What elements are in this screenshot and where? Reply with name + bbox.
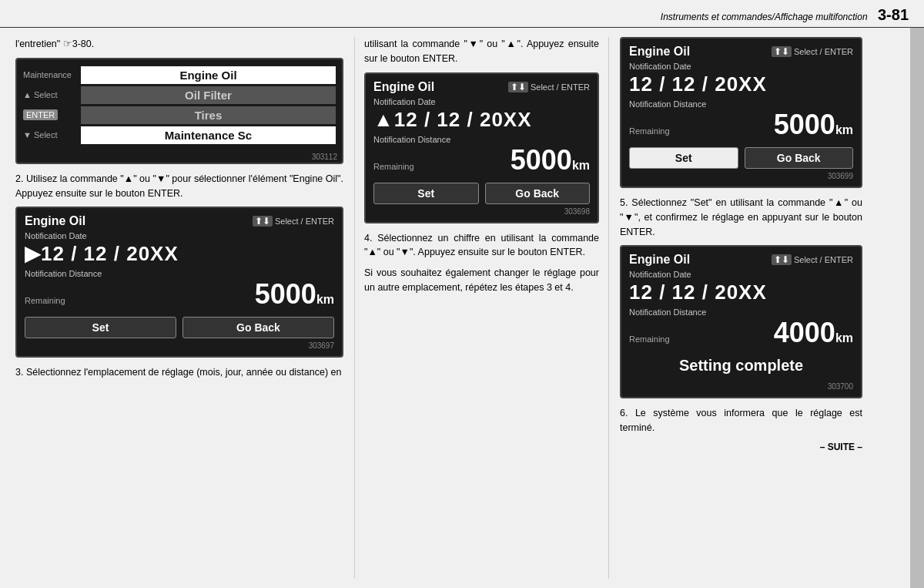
screen3-goback-btn[interactable]: Go Back [485,183,591,204]
col-left: l'entretien" ☞3-80. Maintenance Engine O… [15,37,354,579]
screen3-remaining: Remaining [373,162,414,171]
screen-right1-date-value: 12 / 12 / 20XX [629,72,853,96]
screen3-arrow-ud-icon: ⬆⬇ [508,82,528,92]
screen-right2-setting-complete: Setting complete [629,352,853,379]
menu-screen: Maintenance Engine Oil ▲ Select Oil Filt… [15,58,343,164]
step4-text: 4. Sélectionnez un chiffre en utilisant … [364,231,599,260]
screen-right2-remaining: Remaining [629,334,670,344]
step3-text-left: 3. Sélectionnez l'emplacement de réglage… [15,365,343,380]
menu-item-oil-filter: Oil Filter [81,86,336,104]
screen-right1-dist-value: 5000km [774,109,853,141]
screen-right1-select-text: Select / ENTER [794,47,853,56]
menu-row-1: Maintenance Engine Oil [23,66,336,84]
menu-item-maintenance: Maintenance Sc [81,126,336,144]
screen-right2-select-text: Select / ENTER [794,255,853,264]
menu-row-4: ▼ Select Maintenance Sc [23,126,336,144]
sidebar-strip [910,28,924,588]
screen3-select: ⬆⬇ Select / ENTER [508,82,590,92]
screen2-code: 303697 [25,341,334,350]
screen-right1-select: ⬆⬇ Select / ENTER [772,46,853,57]
screen-right2-dist-unit: km [835,331,853,344]
screen2-set-btn[interactable]: Set [25,317,176,338]
screen2: Engine Oil ⬆⬇ Select / ENTER Notificatio… [15,207,343,358]
screen3-dist-unit: km [572,159,590,172]
step4b-text: Si vous souhaitez également changer le r… [364,266,599,295]
screen2-date-value: ▶12 / 12 / 20XX [25,242,334,266]
menu-item-engine-oil: Engine Oil [81,66,336,84]
menu-row-2: ▲ Select Oil Filter [23,86,336,104]
screen3-dist-value: 5000km [511,144,590,176]
screen2-dist-unit: km [316,293,334,306]
screen2-remaining: Remaining [25,296,65,305]
step5-text: 5. Sélectionnez "Set" en utilisant la co… [620,196,862,239]
footer-suite: – SUITE – [620,442,862,452]
screen3-dist-row: Remaining 5000km [373,144,590,176]
screen-right1-dist-unit: km [835,123,853,136]
screen-right1-arrow-ud-icon: ⬆⬇ [772,46,792,57]
screen-right1-notif-date: Notification Date [629,62,853,71]
screen2-date-text: ▶12 / 12 / 20XX [25,242,179,265]
menu-row-3: ENTER Tires [23,106,336,124]
screen-right1-goback-btn[interactable]: Go Back [745,147,854,169]
screen-right1-notif-dist: Notification Distance [629,99,853,109]
step2-text: 2. Utilisez la commande "▲" ou "▼" pour … [15,172,343,201]
menu-item-tires: Tires [81,106,336,124]
screen-right1-topbar: Engine Oil ⬆⬇ Select / ENTER [629,45,853,59]
screen3-set-btn[interactable]: Set [373,183,479,204]
menu-label-3: ENTER [23,110,81,119]
col-right: Engine Oil ⬆⬇ Select / ENTER Notificatio… [608,37,862,579]
screen2-notif-dist: Notification Distance [25,269,334,278]
screen3: Engine Oil ⬆⬇ Select / ENTER Notificatio… [364,72,599,223]
screen2-btn-row: Set Go Back [25,317,334,338]
screen2-dist-row: Remaining 5000km [25,278,334,311]
screen2-title: Engine Oil [25,214,85,228]
screen-right2-code: 303700 [629,382,853,391]
screen2-dist-num: 5000 [255,278,316,310]
menu-label-1: Maintenance [23,70,81,79]
screen-right1-btn-row: Set Go Back [629,147,853,169]
screen2-notif-date: Notification Date [25,231,334,240]
screen-right1-dist-row: Remaining 5000km [629,109,853,141]
screen3-date-value: ▲12 / 12 / 20XX [373,108,590,132]
screen3-notif-date: Notification Date [373,97,590,106]
screen3-topbar: Engine Oil ⬆⬇ Select / ENTER [373,80,590,94]
header-title: Instruments et commandes/Affichage multi… [661,12,868,22]
screen3-code: 303698 [373,207,590,216]
screen-right2-date-text: 12 / 12 / 20XX [629,281,767,304]
screen2-dist-value: 5000km [255,278,334,311]
screen-right1: Engine Oil ⬆⬇ Select / ENTER Notificatio… [620,37,862,188]
screen-right1-code: 303699 [629,172,853,180]
screen3-date-text: ▲12 / 12 / 20XX [373,108,532,131]
screen-right2-dist-row: Remaining 4000km [629,317,853,349]
screen-right2-dist-num: 4000 [774,317,835,348]
screen-right1-dist-num: 5000 [774,109,835,140]
screen-right1-title: Engine Oil [629,45,690,59]
main-content: l'entretien" ☞3-80. Maintenance Engine O… [0,28,924,588]
page-header: Instruments et commandes/Affichage multi… [0,0,924,28]
screen-right2-dist-value: 4000km [774,317,853,349]
screen-right2-notif-date: Notification Date [629,270,853,279]
screen-right1-remaining: Remaining [629,126,670,136]
screen-right2-title: Engine Oil [629,253,690,267]
screen-right2: Engine Oil ⬆⬇ Select / ENTER Notificatio… [620,245,862,398]
screen3-title: Engine Oil [373,80,434,94]
arrow-ud-icon: ⬆⬇ [253,216,273,227]
screen-right1-date-text: 12 / 12 / 20XX [629,72,767,96]
step6-text: 6. Le système vous informera que le régl… [620,406,862,435]
screen-right2-arrow-ud-icon: ⬆⬇ [772,254,792,265]
screen-right1-set-btn[interactable]: Set [629,147,738,169]
screen2-goback-btn[interactable]: Go Back [182,317,334,338]
screen2-select: ⬆⬇ Select / ENTER [253,216,334,227]
screen3-select-text: Select / ENTER [531,82,590,92]
screen-right2-select: ⬆⬇ Select / ENTER [772,254,853,265]
menu-code: 303112 [17,151,342,163]
menu-inner: Maintenance Engine Oil ▲ Select Oil Filt… [17,59,342,151]
screen3-dist-num: 5000 [511,144,572,176]
screen2-topbar: Engine Oil ⬆⬇ Select / ENTER [25,214,334,228]
step3-text-mid: utilisant la commande "▼" ou "▲". Appuye… [364,37,599,66]
screen-right2-notif-dist: Notification Distance [629,307,853,317]
menu-label-4: ▼ Select [23,130,81,139]
screen3-btn-row: Set Go Back [373,183,590,204]
screen2-select-text: Select / ENTER [275,217,334,226]
screen-right2-topbar: Engine Oil ⬆⬇ Select / ENTER [629,253,853,267]
